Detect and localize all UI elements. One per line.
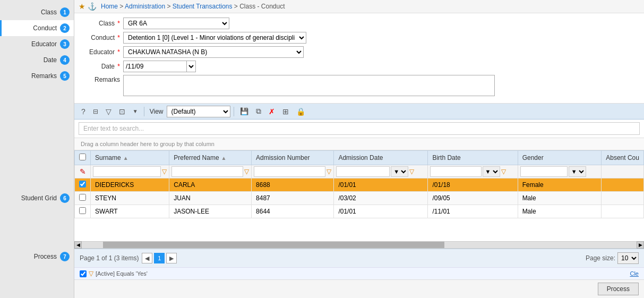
row1-admission-number: 8688	[252, 178, 334, 192]
row3-absent-count	[602, 205, 644, 218]
educator-select[interactable]: CHAKUWA NATASHA (N B)	[123, 46, 304, 58]
breadcrumb-admin[interactable]: Administration	[125, 3, 165, 10]
page-size-select[interactable]: 10	[617, 252, 639, 264]
select-all-checkbox[interactable]	[79, 154, 86, 160]
lock-button[interactable]: 🔒	[294, 106, 308, 117]
grid-button[interactable]: ⊟	[90, 106, 101, 117]
search-bar	[74, 120, 644, 138]
filter-absent-count-cell	[602, 165, 644, 178]
edit-filter-icon[interactable]: ✎	[80, 167, 86, 176]
row3-checkbox[interactable]	[79, 207, 86, 214]
dropdown-button[interactable]: ▼	[130, 107, 141, 116]
breadcrumb-home[interactable]: Home	[101, 3, 118, 10]
sidebar-student-grid-badge: 6	[60, 193, 70, 203]
filter-birth-date-input[interactable]	[430, 166, 481, 177]
col-admission-date[interactable]: Admission Date	[334, 151, 428, 165]
sidebar-class-label: Class	[41, 8, 57, 16]
table-row[interactable]: DIEDERICKS CARLA 8688 /01/01 /01/18 Fema…	[75, 178, 644, 192]
class-row: Class * GR 6A	[81, 18, 638, 29]
filter-gender-dropdown[interactable]: ▼	[569, 166, 586, 177]
row2-checkbox[interactable]	[79, 194, 86, 201]
filter-surname-input[interactable]	[93, 166, 161, 177]
copy-button[interactable]: ⧉	[253, 105, 264, 117]
row3-admission-date: /01/01	[334, 205, 428, 218]
sidebar-remarks-badge: 5	[60, 71, 70, 81]
filter-gender-input[interactable]	[520, 166, 568, 177]
breadcrumb-student-tx[interactable]: Student Transactions	[173, 3, 233, 10]
filter-admission-number-input[interactable]	[254, 166, 325, 177]
filter-button[interactable]: ▽	[103, 106, 114, 117]
search-input[interactable]	[79, 122, 640, 135]
grid-drag-hint: Drag a column header here to group by th…	[74, 138, 644, 150]
scroll-right-arrow[interactable]: ▶	[637, 241, 644, 249]
filter-preferred-name-input[interactable]	[171, 166, 243, 177]
sidebar-item-student-grid[interactable]: Student Grid 6	[0, 190, 74, 206]
col-admission-number[interactable]: Admission Number	[252, 151, 334, 165]
toolbar-divider2	[234, 107, 234, 116]
col-birth-date[interactable]: Birth Date	[428, 151, 518, 165]
help-button[interactable]: ?	[79, 106, 88, 117]
row1-checkbox[interactable]	[79, 181, 86, 188]
sidebar-item-educator[interactable]: Educator 3	[0, 36, 74, 52]
date-label: Date *	[81, 63, 123, 70]
columns-button[interactable]: ⊡	[116, 106, 128, 117]
row2-admission-date: /03/02	[334, 192, 428, 205]
detail-button[interactable]: ⊞	[280, 106, 291, 117]
horizontal-scrollbar[interactable]: ◀ ▶	[74, 241, 644, 249]
filter-active-checkbox[interactable]	[80, 270, 87, 277]
anchor-icon[interactable]: ⚓	[88, 2, 97, 11]
delete-button[interactable]: ✗	[266, 106, 278, 117]
filter-admission-date-input[interactable]	[336, 166, 390, 177]
sidebar-item-process[interactable]: Process 7	[0, 249, 74, 265]
col-gender[interactable]: Gender	[518, 151, 602, 165]
star-icon[interactable]: ★	[79, 2, 85, 11]
row1-preferred-name: CARLA	[169, 178, 252, 192]
main-content: ★ ⚓ Home > Administration > Student Tran…	[74, 0, 644, 298]
table-row[interactable]: STEYN JUAN 8487 /03/02 /09/05 Male	[75, 192, 644, 205]
sidebar-item-conduct[interactable]: Conduct 2	[0, 20, 74, 36]
sidebar-date-badge: 4	[60, 55, 70, 65]
view-select[interactable]: (Default)	[167, 106, 230, 117]
sidebar-item-class[interactable]: Class 1	[0, 4, 74, 20]
remarks-textarea[interactable]	[123, 75, 495, 96]
date-row: Date * ▼	[81, 61, 638, 72]
col-absent-count[interactable]: Absent Cou	[602, 151, 644, 165]
filter-admission-number-icon[interactable]: ▽	[327, 168, 331, 175]
scroll-thumb[interactable]	[103, 242, 445, 248]
row2-birth-date: /09/05	[428, 192, 518, 205]
filter-row: ✎ ▽ ▽	[75, 165, 644, 178]
filter-admission-date-cell: ▼ ▽	[334, 165, 428, 178]
sort-preferred-name-icon: ▲	[221, 155, 227, 161]
page-size-label: Page size:	[586, 254, 615, 262]
filter-surname-cell: ▽	[91, 165, 169, 178]
sidebar-item-date[interactable]: Date 4	[0, 52, 74, 68]
filter-birth-date-dropdown[interactable]: ▼	[483, 166, 500, 177]
date-input[interactable]	[123, 61, 187, 72]
next-page-button[interactable]: ▶	[166, 253, 177, 263]
page-1-button[interactable]: 1	[154, 253, 165, 263]
prev-page-button[interactable]: ◀	[142, 253, 152, 263]
sidebar-educator-badge: 3	[60, 39, 70, 49]
table-body: DIEDERICKS CARLA 8688 /01/01 /01/18 Fema…	[75, 178, 644, 218]
filter-preferred-name-icon[interactable]: ▽	[244, 168, 249, 175]
date-dropdown[interactable]: ▼	[186, 61, 196, 72]
filter-admission-date-dropdown[interactable]: ▼	[391, 166, 408, 177]
filter-edit-cell: ✎	[75, 165, 91, 178]
process-button[interactable]: Process	[598, 283, 639, 295]
col-preferred-name[interactable]: Preferred Name ▲	[169, 151, 252, 165]
breadcrumb-sep2: >	[167, 3, 172, 10]
col-surname[interactable]: Surname ▲	[91, 151, 169, 165]
filter-admission-date-icon[interactable]: ▽	[409, 168, 414, 175]
filter-birth-date-icon[interactable]: ▽	[501, 168, 506, 175]
filter-gender-cell: ▼	[518, 165, 602, 178]
save-button[interactable]: 💾	[237, 106, 251, 117]
conduct-select[interactable]: Detention 1 [0] (Level 1 - Minor violati…	[123, 32, 306, 44]
table-row[interactable]: SWART JASON-LEE 8644 /01/01 /11/01 Male	[75, 205, 644, 218]
filter-clear-link[interactable]: Cle	[630, 270, 639, 277]
sidebar-item-remarks[interactable]: Remarks 5	[0, 68, 74, 84]
conduct-label: Conduct *	[81, 34, 123, 41]
filter-preferred-name-cell: ▽	[169, 165, 252, 178]
scroll-left-arrow[interactable]: ◀	[74, 241, 82, 249]
class-select[interactable]: GR 6A	[123, 18, 229, 29]
filter-surname-icon[interactable]: ▽	[162, 168, 167, 175]
